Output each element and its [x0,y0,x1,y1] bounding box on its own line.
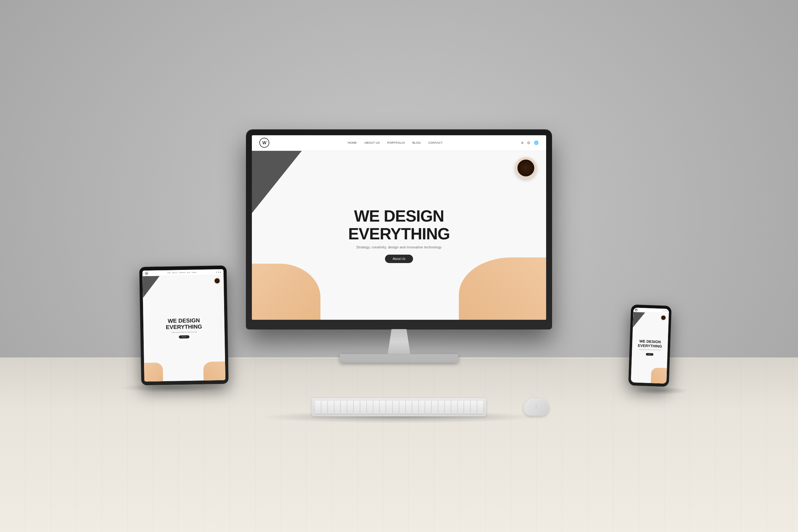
phone-hero-title: WE DESIGN EVERYTHING [638,339,662,348]
hero-subtitle: Strategy, creativity, design and innovat… [348,245,450,249]
hero-coffee-cup [515,157,537,179]
phone-website-hero: WE DESIGN EVERYTHING Strategy, creativit… [631,312,669,384]
phone-globe-icon[interactable]: ● [666,310,667,311]
tablet-hero-subtitle: Strategy, creativity, design and innovat… [166,331,202,333]
key[interactable] [386,401,392,414]
phone-nav-icons: ≡ ⊙ ● [663,310,667,311]
monitor-neck [380,329,418,354]
key[interactable] [438,401,444,414]
hero-about-us-button[interactable]: About Us [385,254,413,263]
phone-watch-button[interactable]: Watch [646,353,654,356]
tablet-hamburger-icon[interactable]: ≡ [216,271,217,273]
phone-hero-subtitle: Strategy, creativity, design and innovat… [638,348,662,350]
key[interactable] [399,401,405,414]
tablet-about-us-button[interactable]: About Us [178,335,190,339]
monitor-nav-logo: W [259,138,269,148]
tablet-title-line2: EVERYTHING [166,323,202,330]
phone-hero-triangle [633,312,645,328]
mouse[interactable] [524,399,549,416]
nav-link-about[interactable]: ABOUT US [364,141,380,144]
tablet-nav-logo: W [145,271,148,274]
monitor-frame: W HOME ABOUT US PORTFOLIO BLOG CONTACT ≡… [246,130,552,329]
phone-nav-logo: W [635,308,638,311]
nav-link-portfolio[interactable]: PORTFOLIO [387,141,405,144]
key[interactable] [360,401,366,414]
tablet-right-hand [203,361,225,380]
tablet-left-hand [144,362,163,381]
tablet-globe-icon[interactable]: ● [220,271,221,273]
search-icon[interactable]: ⊙ [527,140,530,145]
scene-container: W HOME ABOUT US PORTFOLIO BLOG CONTACT ≡… [56,33,742,500]
phone-wrapper: W ≡ ⊙ ● WE DESIGN EVERYTHING [628,304,672,386]
monitor-screen: W HOME ABOUT US PORTFOLIO BLOG CONTACT ≡… [252,135,546,320]
nav-link-blog[interactable]: BLOG [413,141,421,144]
tablet-nav-about[interactable]: ABOUT US [172,272,178,273]
tablet-nav-blog[interactable]: BLOG [187,272,190,273]
hero-right-hand [459,258,546,320]
tablet-title-line1: WE DESIGN [166,318,202,324]
hero-title-line2: EVERYTHING [348,225,450,243]
phone-screen: W ≡ ⊙ ● WE DESIGN EVERYTHING [631,308,669,384]
phone-title-line2: EVERYTHING [638,343,662,348]
tablet-wrapper: W HOME ABOUT US PORTFOLIO BLOG CONTACT ≡… [139,265,229,385]
tablet-hero-triangle [142,276,160,298]
key[interactable] [335,401,340,414]
tablet-search-icon[interactable]: ⊙ [218,271,219,273]
key[interactable] [341,401,347,414]
tablet-hero-text: WE DESIGN EVERYTHING Strategy, creativit… [163,318,205,339]
key[interactable] [367,401,373,414]
phone-right-hand [651,367,667,384]
tablet-nav-links: HOME ABOUT US PORTFOLIO BLOG CONTACT [167,271,197,273]
phone-shadow [633,387,689,395]
key[interactable] [321,401,327,414]
tablet-frame: W HOME ABOUT US PORTFOLIO BLOG CONTACT ≡… [139,265,229,385]
tablet-nav-icons: ≡ ⊙ ● [216,271,221,273]
keyboard-keys [312,398,486,416]
tablet-coffee-cup [213,277,221,284]
key[interactable] [328,401,334,414]
tablet-nav-contact[interactable]: CONTACT [192,271,197,273]
hamburger-icon[interactable]: ≡ [521,140,524,145]
phone-search-icon[interactable]: ⊙ [665,310,666,311]
key[interactable] [354,401,360,414]
key[interactable] [458,401,464,414]
key[interactable] [315,401,321,414]
key[interactable] [393,401,399,414]
nav-link-contact[interactable]: CONTACT [428,141,443,144]
monitor-nav-links: HOME ABOUT US PORTFOLIO BLOG CONTACT [348,141,443,144]
key[interactable] [419,401,425,414]
nav-link-home[interactable]: HOME [348,141,357,144]
key[interactable] [425,401,431,414]
mouse-button-divider [536,404,536,409]
monitor-base [340,354,458,363]
monitor-nav-icons: ≡ ⊙ 🌐 [521,140,539,145]
keyboard[interactable] [312,398,486,416]
tablet-screen: W HOME ABOUT US PORTFOLIO BLOG CONTACT ≡… [142,269,225,381]
key[interactable] [413,401,418,414]
phone-coffee-cup [661,315,666,321]
key[interactable] [380,401,385,414]
hero-title-line1: WE DESIGN [348,207,450,225]
hero-text-block: WE DESIGN EVERYTHING Strategy, creativit… [348,207,450,263]
tablet-nav-portfolio[interactable]: PORTFOLIO [179,272,186,273]
phone-hamburger-icon[interactable]: ≡ [663,310,664,311]
globe-icon[interactable]: 🌐 [534,140,539,145]
tablet-hero-title: WE DESIGN EVERYTHING [166,318,202,331]
key[interactable] [445,401,451,414]
key[interactable] [406,401,412,414]
phone-frame: W ≡ ⊙ ● WE DESIGN EVERYTHING [628,304,672,386]
monitor-website-hero: WE DESIGN EVERYTHING Strategy, creativit… [252,151,546,320]
monitor-wrapper: W HOME ABOUT US PORTFOLIO BLOG CONTACT ≡… [246,130,552,363]
hero-title: WE DESIGN EVERYTHING [348,207,450,243]
monitor-website-nav: W HOME ABOUT US PORTFOLIO BLOG CONTACT ≡… [252,135,546,151]
key[interactable] [451,401,457,414]
key[interactable] [432,401,438,414]
tablet-nav-home[interactable]: HOME [167,272,171,273]
phone-hero-text: WE DESIGN EVERYTHING Strategy, creativit… [635,339,665,356]
key[interactable] [347,401,353,414]
key[interactable] [471,401,477,414]
key[interactable] [477,401,483,414]
key[interactable] [464,401,470,414]
key[interactable] [374,401,379,414]
hero-left-hand [252,264,320,320]
